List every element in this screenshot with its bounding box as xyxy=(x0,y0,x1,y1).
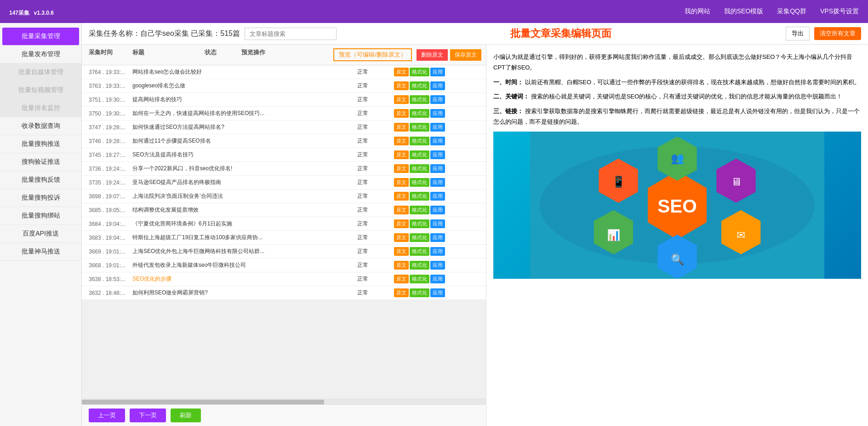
op-btn-apply[interactable]: 应用 xyxy=(430,68,445,76)
sidebar-item-sogou-complaint[interactable]: 批量搜狗投诉 xyxy=(0,189,81,207)
row-time: 3669 . 19:01:... xyxy=(82,248,132,255)
row-status: 正常 xyxy=(357,109,394,117)
clear-all-button[interactable]: 清空所有文章 xyxy=(814,27,861,40)
next-button[interactable]: 下一页 xyxy=(130,409,166,422)
op-btn-orig[interactable]: 原文 xyxy=(394,137,409,145)
table-scrollbar[interactable] xyxy=(82,399,486,404)
row-status: 正常 xyxy=(357,96,394,104)
op-btn-apply[interactable]: 应用 xyxy=(430,81,445,90)
op-btn-format[interactable]: 格式化 xyxy=(410,123,429,132)
op-btn-apply[interactable]: 应用 xyxy=(430,192,445,201)
row-time: 3750 . 19:30:... xyxy=(82,110,132,117)
row-title: 亚马逊SEO提高产品排名的终极指南 xyxy=(132,178,357,186)
svg-text:📱: 📱 xyxy=(612,176,626,189)
svg-text:SEO: SEO xyxy=(657,196,697,217)
search-input[interactable] xyxy=(245,28,337,40)
table-row: 3735 . 19:24:...亚马逊SEO提高产品排名的终极指南正常原文格式化… xyxy=(82,176,486,190)
op-btn-format[interactable]: 格式化 xyxy=(410,95,429,104)
op-btn-apply[interactable]: 应用 xyxy=(430,247,445,256)
preview-section2-text: 搜索的核心就是关键词，关键词也是SEO的核心，只有通过关键词的优化，我们的信息才… xyxy=(531,93,842,100)
nav-my-seo[interactable]: 我的SEO模版 xyxy=(724,7,764,16)
op-btn-format[interactable]: 格式化 xyxy=(410,233,429,242)
op-btn-orig[interactable]: 原文 xyxy=(394,247,409,256)
op-btn-orig[interactable]: 原文 xyxy=(394,81,409,90)
table-row: 3745 . 19:27:...SEO方法及提高排名技巧正常原文格式化应用 xyxy=(82,148,486,162)
row-status: 正常 xyxy=(357,248,394,255)
op-btn-apply[interactable]: 应用 xyxy=(430,206,445,214)
export-button[interactable]: 导出 xyxy=(786,27,810,40)
sidebar-item-collect-manage[interactable]: 批量采集管理 xyxy=(2,28,79,46)
row-time: 3746 . 19:28:... xyxy=(82,138,132,144)
op-btn-orig[interactable]: 原文 xyxy=(394,192,409,201)
refresh-button[interactable]: 刷新 xyxy=(171,409,201,422)
header: 147采集 v1.3.0.6 我的网站 我的SEO模版 采集QQ群 VPS拨号设… xyxy=(0,0,868,23)
op-btn-apply[interactable]: 应用 xyxy=(430,178,445,187)
row-time: 3638 . 18:53:... xyxy=(82,276,132,282)
nav-my-site[interactable]: 我的网站 xyxy=(685,7,710,16)
op-btn-format[interactable]: 格式化 xyxy=(410,150,429,159)
op-btn-orig[interactable]: 原文 xyxy=(394,219,409,228)
op-btn-apply[interactable]: 应用 xyxy=(430,261,445,270)
svg-text:🔍: 🔍 xyxy=(671,253,685,266)
sidebar-item-shenma-push[interactable]: 批量神马推送 xyxy=(0,243,81,261)
op-btn-format[interactable]: 格式化 xyxy=(410,219,429,228)
op-btn-orig[interactable]: 原文 xyxy=(394,275,409,283)
preview-section1-text: 以前还有黑帽、白帽SEO，可以通过一些作弊的手段快速的获得排名，现在技术越来越成… xyxy=(525,79,860,86)
del-orig-button[interactable]: 删除原文 xyxy=(417,49,448,61)
nav-qq-group[interactable]: 采集QQ群 xyxy=(777,7,806,16)
op-btn-orig[interactable]: 原文 xyxy=(394,178,409,187)
op-btn-apply[interactable]: 应用 xyxy=(430,275,445,283)
row-title: 如何快速通过SEO方法提高网站排名? xyxy=(132,123,357,131)
row-title: 如何在一天之内，快速提高网站排名的使用SEO技巧... xyxy=(132,109,357,117)
op-btn-orig[interactable]: 原文 xyxy=(394,288,409,297)
op-btn-orig[interactable]: 原文 xyxy=(394,95,409,104)
op-btn-format[interactable]: 格式化 xyxy=(410,261,429,270)
op-btn-apply[interactable]: 应用 xyxy=(430,123,445,132)
op-btn-format[interactable]: 格式化 xyxy=(410,288,429,297)
sidebar-item-publish-manage[interactable]: 批量发布管理 xyxy=(0,46,81,63)
op-btn-apply[interactable]: 应用 xyxy=(430,219,445,228)
row-ops: 原文格式化应用 xyxy=(394,288,486,297)
op-btn-orig[interactable]: 原文 xyxy=(394,123,409,132)
sidebar-item-sogou-verify[interactable]: 搜狗验证推送 xyxy=(0,153,81,171)
op-btn-format[interactable]: 格式化 xyxy=(410,109,429,118)
row-title: 结构调整优化发展提质增效 xyxy=(132,206,357,214)
op-btn-apply[interactable]: 应用 xyxy=(430,95,445,104)
op-btn-format[interactable]: 格式化 xyxy=(410,192,429,201)
sidebar-item-sogou-bind[interactable]: 批量搜狗绑站 xyxy=(0,207,81,225)
sidebar-item-baidu-api[interactable]: 百度API推送 xyxy=(0,225,81,243)
row-title: googleseo排名怎么做 xyxy=(132,82,357,90)
op-btn-format[interactable]: 格式化 xyxy=(410,275,429,283)
sidebar-item-sogou-push[interactable]: 批量搜狗推送 xyxy=(0,135,81,153)
nav-vps-setting[interactable]: VPS拨号设置 xyxy=(820,7,859,16)
op-btn-orig[interactable]: 原文 xyxy=(394,150,409,159)
row-time: 3763 . 19:33:... xyxy=(82,83,132,89)
task-info: 采集任务名称：自己学seo采集 已采集：515篇 xyxy=(89,29,240,39)
op-btn-orig[interactable]: 原文 xyxy=(394,206,409,214)
op-btn-apply[interactable]: 应用 xyxy=(430,164,445,173)
sidebar-item-data-query[interactable]: 收录数据查询 xyxy=(0,117,81,135)
op-btn-apply[interactable]: 应用 xyxy=(430,150,445,159)
op-btn-format[interactable]: 格式化 xyxy=(410,247,429,256)
op-btn-orig[interactable]: 原文 xyxy=(394,109,409,118)
save-orig-button[interactable]: 保存原文 xyxy=(450,49,481,61)
op-btn-apply[interactable]: 应用 xyxy=(430,233,445,242)
col-ops-header: 预览操作 xyxy=(241,48,333,61)
op-btn-format[interactable]: 格式化 xyxy=(410,164,429,173)
prev-button[interactable]: 上一页 xyxy=(89,409,125,422)
op-btn-apply[interactable]: 应用 xyxy=(430,288,445,297)
op-btn-orig[interactable]: 原文 xyxy=(394,233,409,242)
op-btn-format[interactable]: 格式化 xyxy=(410,137,429,145)
op-btn-apply[interactable]: 应用 xyxy=(430,137,445,145)
row-time: 3736 . 19:24:... xyxy=(82,166,132,172)
op-btn-format[interactable]: 格式化 xyxy=(410,81,429,90)
op-btn-apply[interactable]: 应用 xyxy=(430,109,445,118)
op-btn-orig[interactable]: 原文 xyxy=(394,164,409,173)
op-btn-format[interactable]: 格式化 xyxy=(410,68,429,76)
op-btn-orig[interactable]: 原文 xyxy=(394,68,409,76)
op-btn-orig[interactable]: 原文 xyxy=(394,261,409,270)
sidebar-item-sogou-feedback[interactable]: 批量搜狗反馈 xyxy=(0,171,81,189)
table-scrollbar-thumb xyxy=(82,400,324,404)
op-btn-format[interactable]: 格式化 xyxy=(410,206,429,214)
op-btn-format[interactable]: 格式化 xyxy=(410,178,429,187)
